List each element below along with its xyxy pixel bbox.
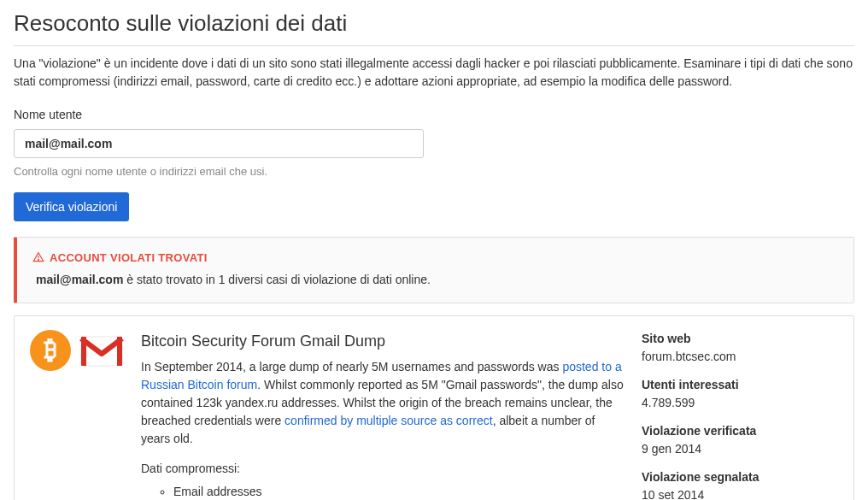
website-value: forum.btcsec.com — [642, 348, 838, 366]
svg-text:₿: ₿ — [44, 335, 57, 363]
breach-side: Sito web forum.btcsec.com Utenti interes… — [642, 330, 838, 500]
gmail-icon — [79, 330, 124, 376]
username-input[interactable] — [14, 129, 424, 158]
verified-value: 9 gen 2014 — [642, 440, 838, 458]
breach-alert: ACCOUNT VIOLATI TROVATI mail@mail.com è … — [14, 237, 854, 304]
reported-label: Violazione segnalata — [642, 468, 838, 486]
bitcoin-icon: ₿ — [30, 330, 71, 376]
breach-icons: ₿ — [30, 330, 124, 500]
intro-text: Una "violazione" è un incidente dove i d… — [14, 55, 854, 91]
breach-main: Bitcoin Security Forum Gmail Dump In Sep… — [141, 330, 625, 500]
breach-desc-part1: In September 2014, a large dump of nearl… — [141, 360, 562, 374]
breach-title: Bitcoin Security Forum Gmail Dump — [141, 330, 625, 353]
svg-rect-6 — [117, 337, 122, 366]
compromised-list: Email addresses Passwords — [141, 483, 625, 500]
svg-rect-5 — [81, 337, 86, 366]
website-label: Sito web — [642, 330, 838, 348]
verified-label: Violazione verificata — [642, 422, 838, 440]
username-help: Controlla ogni nome utente o indirizzi e… — [14, 163, 854, 180]
alert-title-text: ACCOUNT VIOLATI TROVATI — [50, 250, 208, 267]
warning-icon — [32, 251, 44, 263]
affected-label: Utenti interessati — [642, 376, 838, 394]
affected-value: 4.789.599 — [642, 394, 838, 412]
alert-message: è stato trovato in 1 diversi casi di vio… — [123, 273, 431, 286]
breach-link-2[interactable]: confirmed by multiple source as correct — [284, 414, 493, 427]
reported-value: 10 set 2014 — [642, 486, 838, 500]
page-title: Resoconto sulle violazioni dei dati — [14, 7, 854, 40]
check-breaches-button[interactable]: Verifica violazioni — [14, 192, 129, 221]
alert-title-row: ACCOUNT VIOLATI TROVATI — [32, 250, 838, 267]
divider — [14, 45, 854, 46]
breach-description: In September 2014, a large dump of nearl… — [141, 358, 625, 448]
alert-email: mail@mail.com — [36, 273, 123, 286]
alert-body: mail@mail.com è stato trovato in 1 diver… — [32, 271, 838, 289]
compromised-label: Dati compromessi: — [141, 460, 625, 478]
list-item: Email addresses — [173, 483, 625, 500]
svg-point-1 — [38, 260, 39, 261]
username-label: Nome utente — [14, 106, 854, 124]
breach-card: ₿ Bitcoin Security Forum Gmail Dump In S… — [14, 315, 854, 500]
